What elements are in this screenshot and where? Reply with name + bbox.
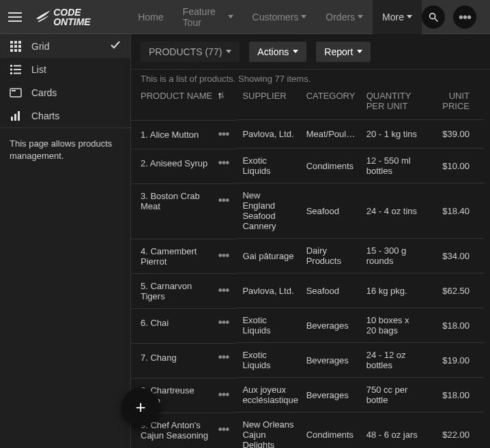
- price-cell: $39.00: [424, 120, 485, 149]
- col-category[interactable]: CATEGORY: [301, 87, 361, 120]
- chevron-down-icon: [293, 50, 298, 53]
- supplier-cell: Aux joyeux ecclésiastique: [237, 378, 300, 413]
- nav-orders[interactable]: Orders: [316, 0, 373, 34]
- sidebar-item-label: Cards: [31, 87, 57, 98]
- actions-button[interactable]: Actions: [249, 42, 306, 62]
- nav: HomeFeature TourCustomersOrdersMore: [128, 0, 422, 34]
- price-cell: $18.00: [424, 378, 485, 413]
- product-name: 1. Alice Mutton: [141, 130, 208, 140]
- svg-rect-19: [11, 117, 13, 121]
- product-name: 3. Boston Crab Meat: [141, 191, 208, 211]
- chevron-down-icon: [228, 15, 233, 18]
- sidebar-item-label: Charts: [31, 110, 59, 121]
- nav-feature-tour[interactable]: Feature Tour: [173, 0, 243, 34]
- table-row[interactable]: 5. Carnarvon Tigers•••Pavlova, Ltd.Seafo…: [131, 273, 485, 308]
- category-cell: Beverages: [301, 378, 361, 413]
- sidebar-item-list[interactable]: List: [0, 58, 130, 81]
- sidebar-item-cards[interactable]: Cards: [0, 81, 130, 104]
- row-menu-icon[interactable]: •••: [215, 284, 231, 298]
- grid-icon: [10, 40, 22, 53]
- report-label: Report: [324, 46, 353, 57]
- row-menu-icon[interactable]: •••: [215, 156, 231, 170]
- brand-line2: ONTIME: [53, 17, 90, 27]
- product-name: 5. Carnarvon Tigers: [141, 281, 208, 301]
- price-cell: $18.40: [424, 183, 485, 239]
- supplier-cell: New England Seafood Cannery: [237, 183, 300, 239]
- svg-rect-9: [14, 49, 17, 52]
- table-row[interactable]: 6. Chai•••Exotic LiquidsBeverages10 boxe…: [131, 308, 485, 343]
- svg-rect-16: [14, 73, 21, 74]
- nav-customers[interactable]: Customers: [243, 0, 317, 34]
- svg-rect-5: [10, 45, 13, 48]
- menu-icon[interactable]: [0, 0, 30, 34]
- svg-line-1: [435, 18, 437, 21]
- search-button[interactable]: [422, 5, 445, 29]
- category-cell: Condiments: [301, 413, 361, 449]
- svg-rect-18: [12, 90, 16, 91]
- row-menu-icon[interactable]: •••: [215, 423, 231, 437]
- svg-rect-7: [18, 45, 21, 48]
- svg-rect-3: [14, 41, 17, 44]
- price-cell: $19.00: [424, 343, 485, 378]
- row-menu-icon[interactable]: •••: [215, 128, 231, 142]
- brand-logo[interactable]: CODE ONTIME: [30, 8, 127, 27]
- sidebar-item-grid[interactable]: Grid: [0, 34, 130, 58]
- report-button[interactable]: Report: [316, 42, 371, 62]
- qty-cell: 15 - 300 g rounds: [361, 239, 424, 273]
- col-product[interactable]: PRODUCT NAME: [131, 87, 237, 120]
- product-name: 6. Chai: [141, 318, 208, 328]
- nav-more[interactable]: More: [373, 0, 422, 34]
- row-menu-icon[interactable]: •••: [215, 249, 231, 263]
- svg-rect-17: [10, 89, 21, 97]
- sidebar: GridListCardsCharts This page allows pro…: [0, 34, 131, 448]
- list-icon: [10, 63, 22, 76]
- brand-line1: CODE: [53, 8, 90, 17]
- sidebar-item-charts[interactable]: Charts: [0, 104, 130, 128]
- price-cell: $62.50: [424, 273, 485, 308]
- product-name: 7. Chang: [141, 353, 208, 363]
- table-row[interactable]: 8. Chartreuse verte•••Aux joyeux ecclési…: [131, 378, 485, 413]
- chevron-down-icon: [226, 50, 231, 53]
- table-scroll[interactable]: PRODUCT NAME SUPPLIER CATEGORY QUANTITY …: [131, 87, 490, 448]
- products-heading-text: PRODUCTS (77): [149, 46, 222, 57]
- chevron-down-icon: [407, 15, 412, 18]
- sidebar-note: This page allows products management.: [0, 128, 130, 172]
- price-cell: $34.00: [424, 239, 485, 273]
- col-price[interactable]: UNIT PRICE: [424, 87, 485, 120]
- sidebar-item-label: List: [31, 64, 46, 75]
- topbar: CODE ONTIME HomeFeature TourCustomersOrd…: [0, 0, 490, 34]
- qty-cell: 20 - 1 kg tins: [361, 120, 424, 149]
- table-row[interactable]: 3. Boston Crab Meat•••New England Seafoo…: [131, 183, 485, 239]
- wing-icon: [34, 8, 52, 26]
- more-button[interactable]: •••: [453, 5, 476, 29]
- svg-rect-13: [10, 69, 12, 71]
- supplier-cell: New Orleans Cajun Delights: [237, 413, 300, 449]
- row-menu-icon[interactable]: •••: [215, 316, 231, 330]
- topbar-actions: •••: [422, 5, 483, 29]
- plus-icon: +: [135, 398, 145, 416]
- table-row[interactable]: 4. Camembert Pierrot•••Gai pâturageDairy…: [131, 239, 485, 273]
- category-cell: Dairy Products: [301, 239, 361, 273]
- products-heading[interactable]: PRODUCTS (77): [141, 42, 240, 62]
- row-menu-icon[interactable]: •••: [215, 350, 231, 365]
- price-cell: $22.00: [424, 413, 485, 449]
- col-supplier[interactable]: SUPPLIER: [237, 87, 300, 120]
- supplier-cell: Exotic Liquids: [237, 149, 300, 183]
- table-row[interactable]: 1. Alice Mutton•••Pavlova, Ltd.Meat/Poul…: [131, 120, 485, 149]
- row-menu-icon[interactable]: •••: [215, 388, 231, 402]
- category-cell: Condiments: [301, 149, 361, 183]
- qty-cell: 16 kg pkg.: [361, 273, 424, 308]
- add-button[interactable]: +: [121, 388, 160, 426]
- table-row[interactable]: 9. Chef Anton's Cajun Seasoning•••New Or…: [131, 413, 485, 449]
- qty-cell: 24 - 12 oz bottles: [361, 343, 424, 378]
- row-menu-icon[interactable]: •••: [215, 194, 231, 208]
- nav-home[interactable]: Home: [128, 0, 173, 34]
- category-cell: Beverages: [301, 308, 361, 343]
- qty-cell: 750 cc per bottle: [361, 378, 424, 413]
- more-icon: •••: [459, 10, 471, 24]
- table-row[interactable]: 7. Chang•••Exotic LiquidsBeverages24 - 1…: [131, 343, 485, 378]
- svg-rect-14: [14, 69, 21, 70]
- col-qty[interactable]: QUANTITY PER UNIT: [361, 87, 424, 120]
- svg-rect-15: [10, 72, 12, 74]
- table-row[interactable]: 2. Aniseed Syrup•••Exotic LiquidsCondime…: [131, 149, 485, 183]
